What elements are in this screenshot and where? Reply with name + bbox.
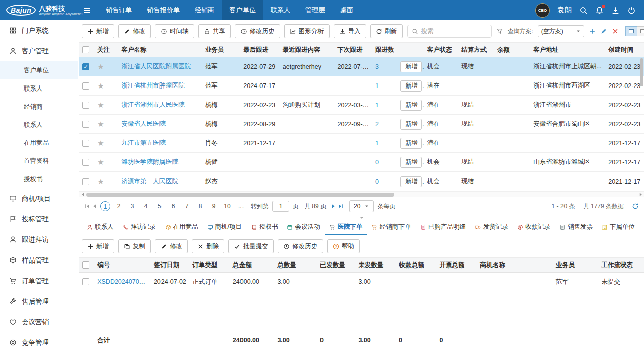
page-number-2[interactable]: 2 — [114, 201, 124, 211]
subtab-12[interactable]: 下属单位 — [597, 220, 639, 235]
topnav-tab-5[interactable]: 管理层 — [298, 0, 333, 20]
goto-page-input[interactable] — [272, 201, 289, 212]
subtab-8[interactable]: 已购产品明细 — [416, 220, 470, 235]
customer-name-link[interactable]: 安徽省人民医院 — [122, 120, 166, 127]
customer-name-link[interactable]: 济源市第二人民医院 — [122, 178, 179, 185]
power-icon[interactable] — [627, 6, 636, 15]
next-page-button[interactable] — [330, 203, 336, 209]
follow-count-link[interactable]: 0 — [375, 159, 379, 166]
select-all-checkbox[interactable] — [82, 46, 89, 53]
scroll-left-icon[interactable] — [79, 192, 86, 197]
row-add-follow-button[interactable]: 新增 — [400, 176, 422, 187]
page-number-...[interactable]: ... — [236, 201, 246, 211]
row-add-follow-button[interactable]: 新增 — [400, 80, 422, 92]
menu-toggle[interactable] — [75, 0, 98, 20]
row-checkbox[interactable] — [82, 159, 89, 166]
toolbar-button-7[interactable]: 刷新 — [370, 24, 403, 38]
subtab-7[interactable]: 经销商下单 — [367, 220, 416, 235]
follow-count-link[interactable]: 1 — [375, 82, 379, 90]
subtab-10[interactable]: 收款记录 — [513, 220, 555, 235]
customer-row-3[interactable]: ★ 安徽省人民医院 杨梅 2022-08-29 2022-09-08 2 新增 … — [79, 115, 644, 134]
page-number-4[interactable]: 4 — [141, 201, 151, 211]
customer-name-link[interactable]: 九江市第五医院 — [122, 139, 166, 146]
follow-count-link[interactable]: 3 — [375, 63, 379, 70]
customer-name-link[interactable]: 潍坊医学院附属医院 — [122, 158, 179, 165]
page-size-select[interactable]: 20 — [349, 200, 374, 212]
sidebar-item-2[interactable]: 客户单位 — [0, 61, 78, 79]
topnav-tab-2[interactable]: 经销商 — [187, 0, 222, 20]
follow-count-link[interactable]: 0 — [375, 178, 379, 185]
panel-collapse-handle[interactable] — [79, 215, 644, 220]
refresh-data-button[interactable] — [632, 203, 639, 210]
sidebar-item-12[interactable]: 样品管理 — [0, 250, 78, 271]
toolbar-button-4[interactable]: 修改历史 — [235, 24, 280, 38]
subtab-11[interactable]: 销售发票 — [555, 220, 597, 235]
star-icon[interactable]: ★ — [97, 101, 104, 109]
row-checkbox[interactable]: ✓ — [82, 63, 89, 70]
order-number-link[interactable]: XSDD20240702001 — [97, 278, 151, 285]
customer-name-link[interactable]: 浙江省人民医院附属医院 — [122, 63, 191, 70]
subtab-0[interactable]: 联系人 — [82, 220, 118, 235]
customer-row-1[interactable]: ★ 浙江省杭州市肿瘤医院 范军 2024-07-17 1 新增 潜在 浙江省杭州… — [79, 76, 644, 96]
sidebar-item-16[interactable]: 竞争管理 — [0, 332, 78, 350]
order-row-0[interactable]: XSDD202407020012024-07-02正式订单24000.003.0… — [79, 273, 644, 291]
scheme-delete-button[interactable] — [612, 28, 619, 35]
vertical-scrollbar[interactable] — [640, 58, 643, 86]
star-icon[interactable]: ★ — [97, 139, 104, 147]
page-number-3[interactable]: 3 — [127, 201, 137, 211]
prev-page-button[interactable] — [92, 203, 98, 209]
page-number-9[interactable]: 9 — [209, 201, 219, 211]
subtab-4[interactable]: 授权书 — [247, 220, 283, 235]
scrollbar-thumb[interactable] — [86, 193, 394, 197]
search-input[interactable] — [421, 28, 487, 35]
customer-row-4[interactable]: ★ 九江市第五医院 肖冬 2021-12-17 1 新增 潜在 2021-12-… — [79, 134, 644, 153]
download-icon[interactable] — [611, 6, 620, 15]
page-number-10[interactable]: 10 — [222, 201, 232, 211]
subtab-2[interactable]: 在用竞品 — [160, 220, 203, 235]
sidebar-item-9[interactable]: 商机/项目 — [0, 188, 78, 209]
subtab-6[interactable]: 医院下单 — [325, 220, 367, 235]
page-number-8[interactable]: 8 — [195, 201, 205, 211]
sidebar-item-15[interactable]: 会议营销 — [0, 312, 78, 332]
star-icon[interactable]: ★ — [97, 81, 104, 90]
sidebar-item-4[interactable]: 经销商 — [0, 98, 78, 116]
subtab-3[interactable]: 商机/项目 — [203, 220, 247, 235]
toolbar-button-0[interactable]: 新增 — [82, 24, 114, 38]
sidebar-item-11[interactable]: 跟进拜访 — [0, 229, 78, 250]
customer-row-5[interactable]: ★ 潍坊医学院附属医院 杨健 0 新增 机会 现结 山东省潍坊市潍城区 2021… — [79, 153, 644, 172]
detail-toolbar-button-3[interactable]: 删除 — [192, 239, 224, 253]
topnav-tab-6[interactable]: 桌面 — [333, 0, 361, 20]
first-page-button[interactable] — [84, 203, 90, 209]
scroll-right-icon[interactable] — [637, 192, 644, 197]
row-checkbox[interactable] — [82, 278, 89, 285]
page-number-1[interactable]: 1 — [100, 201, 110, 211]
topnav-tab-0[interactable]: 销售订单 — [98, 0, 139, 20]
scheme-add-button[interactable] — [589, 28, 596, 35]
customer-name-link[interactable]: 浙江省杭州市肿瘤医院 — [122, 82, 185, 89]
row-checkbox[interactable] — [82, 121, 89, 128]
customer-row-6[interactable]: ★ 济源市第二人民医院 赵杰 0 新增 机会 现结 2021-12-17 — [79, 172, 644, 191]
toolbar-button-6[interactable]: 导入 — [334, 24, 366, 38]
horizontal-scrollbar[interactable] — [79, 191, 644, 197]
row-add-follow-button[interactable]: 新增 — [400, 61, 422, 72]
customer-row-0[interactable]: ✓ ★ 浙江省人民医院附属医院 范军 2022-07-29 aetgrether… — [79, 57, 644, 76]
star-icon[interactable]: ★ — [97, 62, 104, 71]
follow-count-link[interactable]: 2 — [375, 121, 379, 128]
detail-toolbar-button-4[interactable]: 批量提交 — [228, 239, 274, 253]
sidebar-item-6[interactable]: 在用竞品 — [0, 134, 78, 152]
row-checkbox[interactable] — [82, 140, 89, 147]
view-toggle-split[interactable] — [625, 26, 637, 36]
page-number-6[interactable]: 6 — [168, 201, 178, 211]
last-page-button[interactable] — [338, 203, 344, 209]
page-number-7[interactable]: 7 — [182, 201, 192, 211]
customer-row-2[interactable]: ★ 浙江省湖州市人民医院 杨梅 2022-02-23 沟通购买计划 2022-0… — [79, 96, 644, 115]
sidebar-item-0[interactable]: 门户系统 — [0, 20, 78, 41]
sidebar-item-7[interactable]: 首营资料 — [0, 152, 78, 170]
sidebar-item-8[interactable]: 授权书 — [0, 170, 78, 188]
follow-count-link[interactable]: 1 — [375, 102, 379, 109]
row-add-follow-button[interactable]: 新增 — [400, 119, 422, 130]
row-checkbox[interactable] — [82, 178, 89, 185]
follow-count-link[interactable]: 1 — [375, 140, 379, 147]
view-toggle-full[interactable] — [637, 26, 644, 36]
sidebar-item-10[interactable]: 投标管理 — [0, 209, 78, 229]
